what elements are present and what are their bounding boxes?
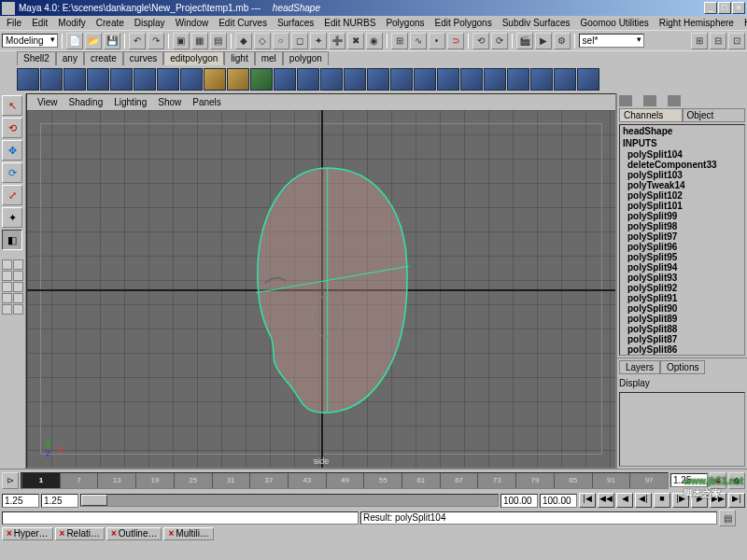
mask-icon[interactable]: ◻ [291, 33, 308, 49]
time-tick[interactable]: 19 [135, 473, 174, 488]
history-icon[interactable]: ⟳ [491, 33, 508, 49]
rotate-tool[interactable]: ⟳ [2, 162, 22, 183]
mask-icon[interactable]: ➕ [329, 33, 345, 49]
layout-opt[interactable] [13, 304, 23, 315]
time-range[interactable]: 17131925313743495561677379859197 [21, 472, 669, 489]
shelf-button[interactable] [507, 68, 529, 91]
time-tick[interactable]: 61 [402, 473, 440, 488]
layer-mode-dropdown[interactable]: Display [619, 378, 650, 388]
time-tick[interactable]: 25 [174, 473, 212, 488]
shelf-tab-shell2[interactable]: Shell2 [17, 51, 56, 65]
time-tick[interactable]: 1 [21, 473, 60, 488]
snap-curve-icon[interactable]: ∿ [410, 33, 427, 49]
menu-display[interactable]: Display [130, 17, 170, 29]
vp-menu-view[interactable]: View [33, 96, 63, 108]
select-component-icon[interactable]: ▦ [191, 33, 208, 49]
status-tab-hyper[interactable]: ×Hyper… [2, 527, 53, 540]
shelf-tab-mel[interactable]: mel [255, 51, 283, 65]
menu-polygons[interactable]: Polygons [381, 17, 429, 29]
menu-edit[interactable]: Edit [27, 17, 52, 29]
menu-window[interactable]: Window [171, 17, 214, 29]
maximize-button[interactable]: □ [718, 2, 731, 14]
menu-subdiv[interactable]: Subdiv Surfaces [498, 17, 575, 29]
time-tick[interactable]: 73 [477, 473, 515, 488]
shelf-button[interactable] [414, 68, 436, 91]
mask-icon[interactable]: ○ [273, 33, 289, 49]
shelf-button[interactable] [484, 68, 506, 91]
time-tick[interactable]: 31 [212, 473, 250, 488]
input-node[interactable]: polySplit91 [620, 293, 744, 303]
last-tool[interactable]: ◧ [2, 230, 22, 250]
shelf-button[interactable] [344, 68, 366, 91]
menu-goomoo[interactable]: Goomoo Utilities [576, 17, 654, 29]
time-tick[interactable]: 97 [629, 473, 668, 488]
menu-create[interactable]: Create [92, 17, 129, 29]
select-tool[interactable]: ↖ [2, 95, 22, 116]
range-start-inner[interactable]: 1.25 [41, 494, 78, 508]
channel-icon[interactable] [619, 95, 632, 106]
shelf-tab-curves[interactable]: curves [123, 51, 163, 65]
shelf-button[interactable] [204, 68, 226, 91]
time-tick[interactable]: 79 [515, 473, 554, 488]
layout-single[interactable] [2, 259, 12, 270]
shelf-button[interactable] [250, 68, 273, 91]
show-manip-tool[interactable]: ✦ [2, 207, 22, 228]
time-tick[interactable]: 37 [249, 473, 288, 488]
magnet-icon[interactable]: ⊃ [447, 33, 464, 49]
script-editor-button[interactable]: ▤ [719, 510, 736, 526]
layout-four[interactable] [13, 259, 23, 270]
tab-object[interactable]: Object [683, 108, 746, 122]
status-tab-multi[interactable]: ×Multili… [163, 527, 213, 540]
time-tick[interactable]: 67 [440, 473, 478, 488]
shelf-button[interactable] [157, 68, 179, 91]
step-back-key-button[interactable]: ◀◀ [598, 493, 614, 508]
shelf-button[interactable] [110, 68, 133, 91]
tab-layers[interactable]: Layers [619, 360, 660, 374]
channel-list[interactable]: headShape INPUTS polySplit104deleteCompo… [619, 124, 745, 356]
input-node[interactable]: polySplit95 [620, 252, 744, 262]
range-start-outer[interactable]: 1.25 [2, 494, 39, 508]
time-tick[interactable]: 43 [288, 473, 326, 488]
shelf-button[interactable] [40, 68, 63, 91]
shelf-button[interactable] [320, 68, 343, 91]
minimize-button[interactable]: _ [704, 2, 717, 14]
shelf-button[interactable] [63, 68, 86, 91]
input-node[interactable]: polySplit94 [620, 262, 744, 273]
play-back-button[interactable]: ◀| [635, 493, 652, 508]
lasso-tool[interactable]: ⟲ [2, 118, 22, 138]
shelf-button[interactable] [17, 68, 39, 91]
shelf-button[interactable] [134, 68, 156, 91]
mask-icon[interactable]: ✦ [310, 33, 327, 49]
mask-icon[interactable]: ✖ [347, 33, 364, 49]
viewport-canvas[interactable]: y z x side [27, 110, 615, 468]
vp-menu-lighting[interactable]: Lighting [109, 96, 151, 108]
shelf-button[interactable] [87, 68, 109, 91]
history-icon[interactable]: ⟲ [472, 33, 489, 49]
input-node[interactable]: polyTweak14 [620, 180, 744, 190]
input-node[interactable]: polySplit86 [620, 344, 744, 355]
input-node[interactable]: polySplit96 [620, 242, 744, 252]
input-node[interactable]: polySplit85 [620, 355, 744, 356]
layout-opt[interactable] [2, 293, 12, 303]
shelf-tab-create[interactable]: create [84, 51, 123, 65]
input-node[interactable]: polySplit87 [620, 334, 744, 344]
layer-list[interactable] [619, 392, 745, 467]
tab-options[interactable]: Options [660, 360, 705, 374]
time-tick[interactable]: 91 [592, 473, 630, 488]
input-node[interactable]: deleteComponent33 [620, 160, 744, 170]
close-button[interactable]: × [732, 2, 745, 14]
step-back-button[interactable]: ◀ [616, 493, 633, 508]
time-tick[interactable]: 49 [326, 473, 364, 488]
menu-edit-polygons[interactable]: Edit Polygons [430, 17, 497, 29]
save-scene-button[interactable]: 💾 [104, 33, 120, 49]
shelf-button[interactable] [227, 68, 249, 91]
menu-right-hemisphere[interactable]: Right Hemisphere [655, 17, 739, 29]
input-node[interactable]: polySplit99 [620, 211, 744, 221]
time-icon[interactable]: ⊳ [2, 472, 19, 489]
time-tick[interactable]: 7 [60, 473, 98, 488]
menu-edit-curves[interactable]: Edit Curves [214, 17, 272, 29]
redo-button[interactable]: ↷ [148, 33, 164, 49]
input-node[interactable]: polySplit102 [620, 190, 744, 201]
range-end-inner[interactable]: 100.00 [500, 494, 538, 508]
stop-button[interactable]: ■ [654, 493, 670, 508]
